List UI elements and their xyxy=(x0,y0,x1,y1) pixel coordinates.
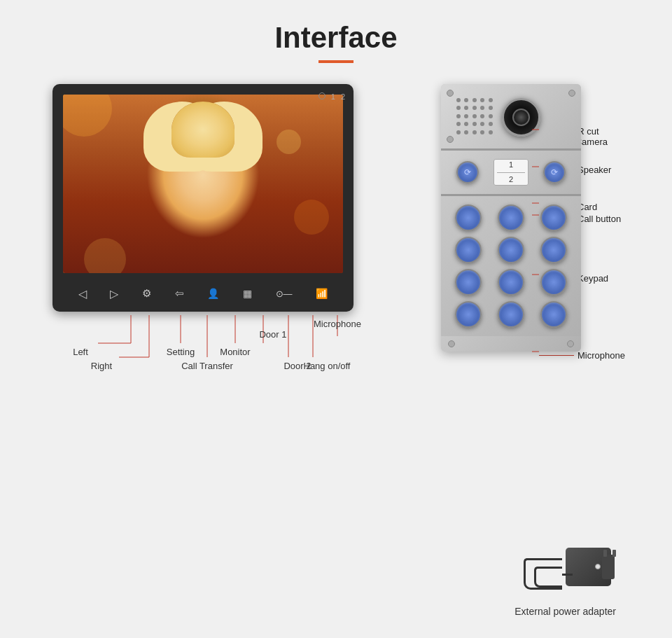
key-0[interactable] xyxy=(498,301,524,328)
doorbell-section: IR cut Camera Speaker Card Call button K… xyxy=(392,84,630,352)
panel-bottom xyxy=(441,336,581,352)
monitor-wrapper: 1 2 ◁ ▷ ⚙ ⇦ 👤 ▦ ⊙— 📶 Lef xyxy=(42,84,364,406)
key-hash[interactable] xyxy=(540,301,567,328)
key-2[interactable] xyxy=(498,204,524,231)
screw-bl xyxy=(447,136,454,143)
monitor-section: 1 2 ◁ ▷ ⚙ ⇦ 👤 ▦ ⊙— 📶 Lef xyxy=(42,84,364,406)
indicator-2: 2 xyxy=(341,92,345,101)
adapter-label: External power adapter xyxy=(514,606,616,617)
call-button-2[interactable]: ⟳ xyxy=(543,161,566,183)
camera-area xyxy=(449,95,573,140)
monitor-screen xyxy=(63,95,343,273)
call-button-label: Call button xyxy=(578,214,621,224)
microphone-button-icon[interactable]: 📶 xyxy=(316,288,328,299)
screw-tl xyxy=(447,90,454,97)
key-7[interactable] xyxy=(455,269,482,296)
monitor-device: 1 2 ◁ ▷ ⚙ ⇦ 👤 ▦ ⊙— 📶 xyxy=(52,84,354,312)
doorbell-panel: ⟳ 1 2 ⟳ xyxy=(441,84,581,352)
speaker-grille xyxy=(456,98,495,137)
door-button-icon[interactable]: ⊙— xyxy=(276,289,293,299)
keypad-label: Keypad xyxy=(578,273,608,284)
right-button-icon[interactable]: ▷ xyxy=(110,287,118,300)
main-content: 1 2 ◁ ▷ ⚙ ⇦ 👤 ▦ ⊙— 📶 Lef xyxy=(0,63,672,406)
monitor-button-icon[interactable]: 👤 xyxy=(207,288,219,299)
svg-text:Door 1: Door 1 xyxy=(259,329,286,340)
door-layout-button-icon[interactable]: ▦ xyxy=(243,288,252,299)
indicator-circle xyxy=(318,92,326,99)
key-6[interactable] xyxy=(540,237,567,263)
svg-text:Monitor: Monitor xyxy=(220,347,251,357)
screw-bottom-left xyxy=(448,340,455,347)
adapter-image xyxy=(524,537,608,600)
svg-text:Hang on/off: Hang on/off xyxy=(304,361,351,371)
svg-text:Left: Left xyxy=(73,347,88,357)
key-9[interactable] xyxy=(540,269,567,296)
monitor-label-lines: Left Right Setting Call Transfer Monitor… xyxy=(42,312,364,406)
svg-text:Setting: Setting xyxy=(167,347,195,357)
svg-text:Right: Right xyxy=(91,361,113,371)
setting-button-icon[interactable]: ⚙ xyxy=(142,287,151,300)
ir-camera-label: IR cut Camera xyxy=(575,126,630,147)
left-button-icon[interactable]: ◁ xyxy=(78,287,87,300)
key-star[interactable] xyxy=(455,301,482,328)
key-1[interactable] xyxy=(455,204,482,231)
key-5[interactable] xyxy=(498,237,524,263)
svg-text:Call Transfer: Call Transfer xyxy=(181,361,233,371)
panel-top xyxy=(441,84,581,148)
svg-text:Microphone: Microphone xyxy=(314,319,361,329)
panel-callbutton: ⟳ 1 2 ⟳ xyxy=(441,151,581,194)
page-title: Interface xyxy=(0,0,672,55)
camera-lens xyxy=(502,98,540,137)
key-3[interactable] xyxy=(540,204,567,231)
key-4[interactable] xyxy=(455,237,482,263)
panel-keypad xyxy=(441,196,581,336)
card-slot: 1 2 xyxy=(493,159,528,186)
microphone-label-doorbell: Microphone xyxy=(578,350,625,361)
call-button-1[interactable]: ⟳ xyxy=(456,161,479,183)
annotation-microphone: Microphone xyxy=(539,350,625,361)
speaker-label: Speaker xyxy=(578,165,611,175)
key-8[interactable] xyxy=(498,269,524,296)
monitor-indicators: 1 2 xyxy=(318,92,345,101)
screw-tr xyxy=(568,90,575,97)
adapter-section: External power adapter xyxy=(514,537,616,617)
call-transfer-button-icon[interactable]: ⇦ xyxy=(175,287,184,300)
screw-bottom-right xyxy=(567,340,574,347)
monitor-buttons: ◁ ▷ ⚙ ⇦ 👤 ▦ ⊙— 📶 xyxy=(52,275,354,312)
indicator-1: 1 xyxy=(331,92,335,101)
